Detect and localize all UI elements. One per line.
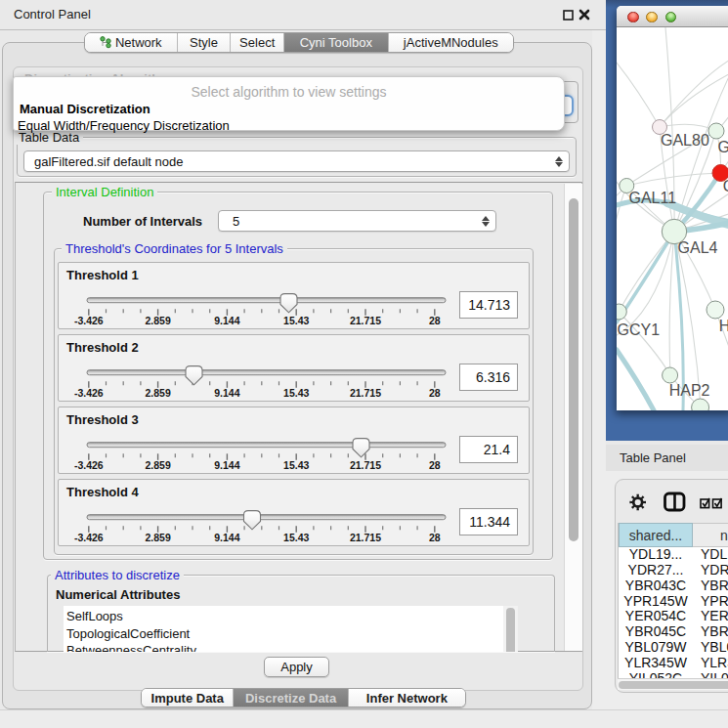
svg-text:9.144: 9.144 [214, 387, 239, 399]
svg-text:-3.426: -3.426 [74, 532, 104, 543]
svg-text:9.144: 9.144 [214, 459, 239, 471]
svg-text:28: 28 [429, 315, 441, 326]
svg-text:2.859: 2.859 [145, 532, 170, 543]
svg-text:2.859: 2.859 [145, 387, 170, 399]
svg-text:-3.426: -3.426 [74, 459, 104, 471]
svg-text:HAP2: HAP2 [669, 382, 710, 399]
svg-text:2.859: 2.859 [145, 315, 170, 326]
svg-text:GAL4: GAL4 [678, 239, 718, 256]
svg-text:15.43: 15.43 [283, 459, 309, 471]
svg-text:H: H [719, 318, 728, 334]
svg-text:-3.426: -3.426 [74, 315, 104, 326]
svg-text:9.144: 9.144 [214, 532, 239, 543]
svg-text:GAL80: GAL80 [661, 132, 709, 149]
svg-text:21.715: 21.715 [350, 459, 381, 471]
svg-text:C: C [723, 178, 728, 194]
svg-text:21.715: 21.715 [350, 387, 381, 399]
svg-text:28: 28 [429, 459, 441, 471]
svg-text:15.43: 15.43 [283, 532, 309, 543]
svg-text:GAL11: GAL11 [629, 190, 677, 206]
svg-text:GCY1: GCY1 [618, 321, 661, 338]
svg-text:-3.426: -3.426 [74, 387, 104, 399]
svg-text:21.715: 21.715 [350, 315, 381, 326]
svg-text:2.859: 2.859 [145, 459, 170, 471]
svg-text:15.43: 15.43 [283, 387, 309, 399]
svg-text:15.43: 15.43 [283, 315, 309, 326]
svg-text:9.144: 9.144 [214, 315, 239, 326]
svg-text:28: 28 [429, 387, 441, 399]
svg-text:GA: GA [717, 139, 728, 155]
svg-text:21.715: 21.715 [350, 532, 381, 543]
svg-text:28: 28 [429, 532, 441, 543]
